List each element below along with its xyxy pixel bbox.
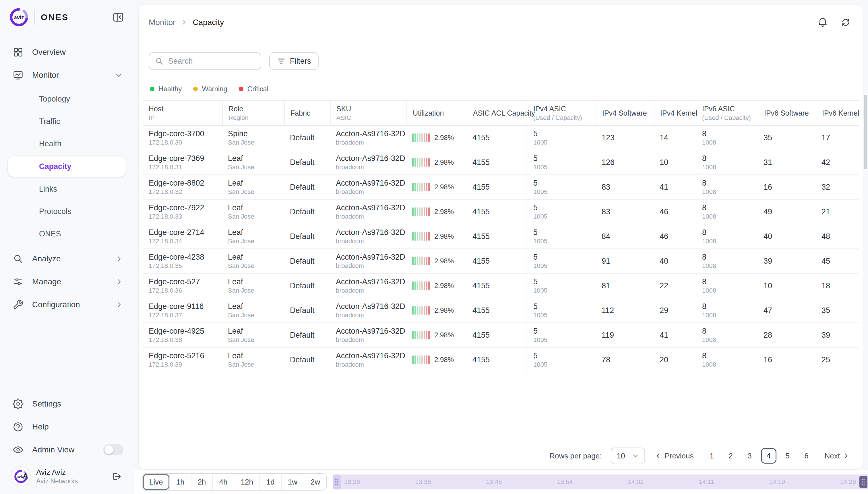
rows-per-page-select[interactable]: 10 xyxy=(611,448,645,464)
table-row[interactable]: Edge-core-8802 172.18.0.32 Leaf San Jose… xyxy=(143,175,860,200)
sidebar-item-overview[interactable]: Overview xyxy=(0,41,134,64)
sidebar-item-configuration[interactable]: Configuration xyxy=(0,293,134,316)
chevron-right-icon xyxy=(180,18,188,26)
table-row[interactable]: Edge-core-7369 172.18.0.31 Leaf San Jose… xyxy=(143,150,860,175)
role-value: Leaf xyxy=(228,154,284,163)
page-number-button[interactable]: 4 xyxy=(761,448,776,463)
host-ip: 172.18.0.33 xyxy=(149,213,222,220)
cell-utilization: 2.98% xyxy=(406,298,467,322)
sidebar-subitem[interactable]: ONES xyxy=(0,223,134,245)
sidebar-item-manage[interactable]: Manage xyxy=(0,270,134,293)
fabric-value: Default xyxy=(290,257,315,266)
role-value: Leaf xyxy=(228,179,284,188)
time-range-button[interactable]: 1h xyxy=(169,474,191,490)
filters-button[interactable]: Filters xyxy=(269,52,319,70)
search-input[interactable] xyxy=(168,57,255,66)
table-row[interactable]: Edge-core-7922 172.18.0.33 Leaf San Jose… xyxy=(143,200,860,224)
ipv6-software-value: 10 xyxy=(763,281,772,290)
column-label: IPv4 Software xyxy=(602,109,654,117)
cell-acl-capacity: 4155 xyxy=(467,323,526,347)
notifications-bell-button[interactable] xyxy=(813,13,832,32)
breadcrumb-monitor[interactable]: Monitor xyxy=(149,18,176,27)
sidebar-subitem[interactable]: Health xyxy=(0,133,134,155)
page-scrollbar[interactable] xyxy=(864,95,867,169)
cell-ipv4-kernel: 22 xyxy=(654,274,695,298)
ipv4-asic-capacity: 1005 xyxy=(533,262,596,270)
table-row[interactable]: Edge-core-4238 172.18.0.35 Leaf San Jose… xyxy=(143,249,860,274)
sidebar-item-settings[interactable]: Settings xyxy=(0,393,134,415)
cell-ipv4-software: 126 xyxy=(596,150,654,174)
page-number-button[interactable]: 1 xyxy=(704,448,720,463)
page-number-button[interactable]: 3 xyxy=(742,448,757,463)
time-range-button[interactable]: Live xyxy=(142,474,169,490)
sidebar-item-analyze[interactable]: Analyze xyxy=(0,247,134,270)
column-header[interactable]: Utilization xyxy=(406,101,467,125)
refresh-button[interactable] xyxy=(836,13,855,32)
cell-ipv4-software: 78 xyxy=(596,348,654,372)
cell-ipv6-kernel: 45 xyxy=(816,249,860,273)
logout-icon-button[interactable] xyxy=(109,469,125,484)
column-header[interactable]: IPv4 Software xyxy=(596,101,654,125)
sidebar-subitem[interactable]: Capacity xyxy=(8,156,126,177)
timeline-right-handle[interactable] xyxy=(860,476,867,488)
table-row[interactable]: Edge-core-2714 172.18.0.34 Leaf San Jose… xyxy=(143,224,860,249)
sidebar-item-monitor[interactable]: Monitor xyxy=(0,64,134,87)
time-range-button[interactable]: 1d xyxy=(259,474,281,490)
sidebar-subitem[interactable]: Topology xyxy=(0,88,134,110)
chevron-right-icon xyxy=(115,254,124,263)
column-header[interactable]: Fabric xyxy=(284,101,330,125)
table-row[interactable]: Edge-core-4925 172.18.0.38 Leaf San Jose… xyxy=(143,323,860,348)
previous-page-button[interactable]: Previous xyxy=(654,452,694,460)
time-range-button[interactable]: 12h xyxy=(234,474,259,490)
legend-label: Healthy xyxy=(159,85,182,93)
column-header[interactable]: IPv4 ASIC (Used / Capacity) xyxy=(526,101,596,125)
acl-value: 4155 xyxy=(473,356,490,364)
ipv4-asic-capacity: 1005 xyxy=(533,213,596,220)
sidebar-subitem[interactable]: Protocols xyxy=(0,200,134,223)
sidebar-subitem[interactable]: Traffic xyxy=(0,110,134,133)
column-header[interactable]: IPv6 Kernel xyxy=(816,101,860,125)
time-range-button[interactable]: 2h xyxy=(191,474,213,490)
column-header[interactable]: SKU ASIC xyxy=(330,101,406,125)
column-header[interactable]: ASIC ACL Capacity xyxy=(467,101,526,125)
table-row[interactable]: Edge-core-5216 172.18.0.39 Leaf San Jose… xyxy=(143,348,860,372)
time-range-button[interactable]: 4h xyxy=(213,474,234,490)
column-header[interactable]: IPv6 Software xyxy=(758,101,816,125)
column-header[interactable]: IPv6 ASIC (Used / Capacity) xyxy=(695,101,758,125)
next-page-button[interactable]: Next xyxy=(825,452,850,460)
cell-ipv4-asic: 5 1005 xyxy=(526,200,596,224)
column-header[interactable]: Host IP xyxy=(143,101,222,125)
user-profile[interactable]: aviz A Aviz Aviz Aviz Networks xyxy=(0,461,134,489)
sidebar-item-help[interactable]: Help xyxy=(0,415,134,438)
column-label: Host xyxy=(149,105,222,113)
utilization-percent: 2.98% xyxy=(434,356,454,364)
asic-value: broadcom xyxy=(336,311,406,319)
page-number-button[interactable]: 2 xyxy=(723,448,739,463)
acl-value: 4155 xyxy=(473,183,490,192)
time-range-button[interactable]: 1w xyxy=(281,474,304,490)
table-row[interactable]: Edge-core-527 172.18.0.36 Leaf San Jose … xyxy=(143,274,860,298)
sidebar: aviz ONES Overview xyxy=(0,0,134,494)
cell-ipv4-software: 123 xyxy=(596,126,654,150)
table-row[interactable]: Edge-core-9116 172.18.0.37 Leaf San Jose… xyxy=(143,298,860,323)
cell-ipv4-kernel: 41 xyxy=(654,323,695,347)
ipv4-asic-used: 5 xyxy=(533,228,596,237)
column-header[interactable]: IPv4 Kernel xyxy=(654,101,695,125)
asic-value: broadcom xyxy=(336,336,406,344)
time-range-button[interactable]: 2w xyxy=(304,474,326,490)
column-header[interactable]: Role Region xyxy=(222,101,284,125)
timeline-drag-handle[interactable] xyxy=(333,475,341,489)
cell-ipv4-kernel: 41 xyxy=(654,175,695,199)
fabric-value: Default xyxy=(290,232,315,241)
host-name: Edge-core-8802 xyxy=(149,179,222,188)
admin-view-toggle[interactable] xyxy=(103,444,124,455)
sku-value: Accton-As9716-32D xyxy=(336,352,406,360)
sidebar-collapse-button[interactable] xyxy=(111,10,126,25)
cell-role: Leaf San Jose xyxy=(222,200,284,224)
timeline-band[interactable]: 13:2813:3613:4513:5414:0214:1114:1914:28 xyxy=(333,475,868,489)
sidebar-subitem[interactable]: Links xyxy=(0,178,134,200)
page-number-button[interactable]: 5 xyxy=(780,448,795,463)
page-number-button[interactable]: 6 xyxy=(799,448,814,463)
table-row[interactable]: Edge-core-3700 172.18.0.30 Spine San Jos… xyxy=(143,126,860,150)
cell-ipv4-asic: 5 1005 xyxy=(526,175,596,199)
